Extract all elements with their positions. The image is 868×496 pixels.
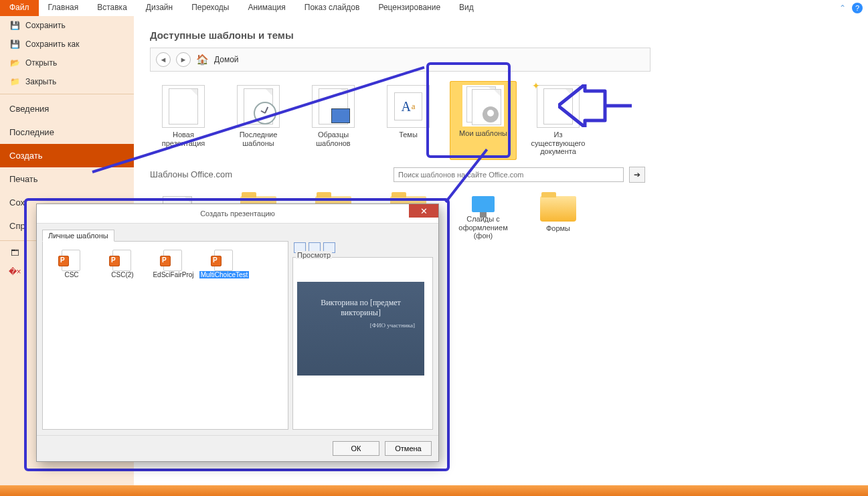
template-from-existing[interactable]: ✦Из существующего документа xyxy=(525,81,592,160)
sidebar-share-label: Сох xyxy=(9,197,25,208)
preview-slide-sub: [ФИО участника] xyxy=(307,322,415,329)
nav-forward-button[interactable]: ► xyxy=(176,52,191,67)
open-icon: 📂 xyxy=(9,58,20,68)
template-recent-label: Последние шаблоны xyxy=(226,131,290,147)
tab-insert[interactable]: Вставка xyxy=(88,0,137,16)
dialog-cancel-button[interactable]: Отмена xyxy=(385,441,432,456)
template-themes-label: Темы xyxy=(399,131,418,139)
dlg-item-csc[interactable]: CSC xyxy=(47,247,96,281)
category-slides-bg[interactable]: Слайды с оформлением (фон) xyxy=(450,192,517,244)
preview-slide-title: Викторина по [предмет викторины] xyxy=(307,298,415,318)
dialog-ok-button[interactable]: ОК xyxy=(333,441,379,456)
tab-design[interactable]: Дизайн xyxy=(137,0,182,16)
search-go-button[interactable]: ➔ xyxy=(629,167,645,183)
sidebar-save-label: Сохранить xyxy=(25,21,66,30)
dlg-item-edsci[interactable]: EdSciFairProj xyxy=(149,247,198,281)
template-my-label: Мои шаблоны xyxy=(459,129,507,138)
sidebar-print-label: Печать xyxy=(9,174,38,184)
nav-back-button[interactable]: ◄ xyxy=(156,52,171,67)
tab-view[interactable]: Вид xyxy=(450,0,483,16)
sidebar-info-label: Сведения xyxy=(9,104,49,114)
sidebar-print[interactable]: Печать xyxy=(0,167,134,191)
tab-slideshow[interactable]: Показ слайдов xyxy=(295,0,369,16)
dialog-preview: Просмотр Викторина по [предмет викторины… xyxy=(292,257,433,430)
exit-icon: �× xyxy=(9,266,20,277)
template-themes[interactable]: AaТемы xyxy=(375,81,442,160)
template-recent[interactable]: Последние шаблоны xyxy=(225,81,292,160)
sidebar-new-label: Создать xyxy=(9,151,42,161)
dialog-title-text: Создать презентацию xyxy=(200,210,275,218)
dlg-item-csc2-label: CSC(2) xyxy=(111,271,133,278)
category-5-label: Формы xyxy=(546,224,570,233)
close-icon: 📁 xyxy=(9,76,20,87)
tab-transitions[interactable]: Переходы xyxy=(182,0,238,16)
template-search-input[interactable] xyxy=(394,167,624,182)
sidebar-info[interactable]: Сведения xyxy=(0,97,134,120)
template-blank-label: Новая презентация xyxy=(151,131,215,147)
dlg-item-multi-label: MultiChoiceTest xyxy=(199,271,250,278)
dialog-titlebar: Создать презентацию ✕ xyxy=(37,204,438,224)
save-icon: 💾 xyxy=(9,20,20,31)
category-forms[interactable]: Формы xyxy=(525,192,592,244)
sidebar-help-label: Спр xyxy=(9,221,25,231)
template-grid: Новая презентация Последние шаблоны Обра… xyxy=(150,81,659,160)
breadcrumb-home[interactable]: Домой xyxy=(214,55,239,64)
preview-label: Просмотр xyxy=(296,251,332,259)
template-sample-label: Образцы шаблонов xyxy=(301,131,365,147)
dialog-tab-personal[interactable]: Личные шаблоны xyxy=(42,230,114,242)
dialog-close-button[interactable]: ✕ xyxy=(409,204,438,218)
sidebar-recent[interactable]: Последние xyxy=(0,120,134,144)
sidebar-open[interactable]: 📂Открыть xyxy=(0,54,134,72)
tab-review[interactable]: Рецензирование xyxy=(369,0,450,16)
dialog-template-list: Личные шаблоны CSC CSC(2) EdSciFairProj … xyxy=(42,241,288,430)
spark-icon: ✦ xyxy=(532,80,540,91)
sidebar-open-label: Открыть xyxy=(25,58,57,68)
tab-home[interactable]: Главная xyxy=(39,0,88,16)
sidebar-close[interactable]: 📁Закрыть xyxy=(0,72,134,91)
tab-file[interactable]: Файл xyxy=(0,0,39,16)
content-heading: Доступные шаблоны и темы xyxy=(150,29,852,41)
sidebar-save[interactable]: 💾Сохранить xyxy=(0,16,134,35)
dlg-item-multichoice[interactable]: MultiChoiceTest xyxy=(199,247,249,281)
dlg-item-csc-label: CSC xyxy=(64,271,78,278)
template-existing-label: Из существующего документа xyxy=(526,131,590,156)
minimize-ribbon-icon[interactable]: ⌃ xyxy=(837,3,848,13)
status-bar xyxy=(0,485,868,496)
preview-slide: Викторина по [предмет викторины] [ФИО уч… xyxy=(297,282,424,376)
options-icon: 🗔 xyxy=(9,248,20,258)
help-icon[interactable]: ? xyxy=(852,3,863,13)
template-my-templates[interactable]: Мои шаблоны xyxy=(450,81,517,160)
category-4-label: Слайды с оформлением (фон) xyxy=(451,215,515,240)
office-com-row: Шаблоны Office.com ➔ xyxy=(150,167,645,183)
ribbon-tabs: Файл Главная Вставка Дизайн Переходы Ани… xyxy=(0,0,868,17)
office-com-label: Шаблоны Office.com xyxy=(150,169,232,179)
sidebar-recent-label: Последние xyxy=(9,127,54,137)
sidebar-new[interactable]: Создать xyxy=(0,144,134,167)
template-blank[interactable]: Новая презентация xyxy=(150,81,217,160)
sidebar-close-label: Закрыть xyxy=(25,77,56,86)
home-icon[interactable]: 🏠 xyxy=(196,54,209,66)
dlg-item-edsci-label: EdSciFairProj xyxy=(153,271,193,278)
saveas-icon: 💾 xyxy=(9,39,20,50)
template-sample[interactable]: Образцы шаблонов xyxy=(300,81,367,160)
new-presentation-dialog: Создать презентацию ✕ Личные шаблоны CSC… xyxy=(36,203,439,462)
sidebar-saveas[interactable]: 💾Сохранить как xyxy=(0,35,134,54)
template-breadcrumb-bar: ◄ ► 🏠 Домой xyxy=(150,48,650,72)
dlg-item-csc2[interactable]: CSC(2) xyxy=(98,247,147,281)
sidebar-saveas-label: Сохранить как xyxy=(25,39,79,49)
tab-animation[interactable]: Анимация xyxy=(238,0,294,16)
